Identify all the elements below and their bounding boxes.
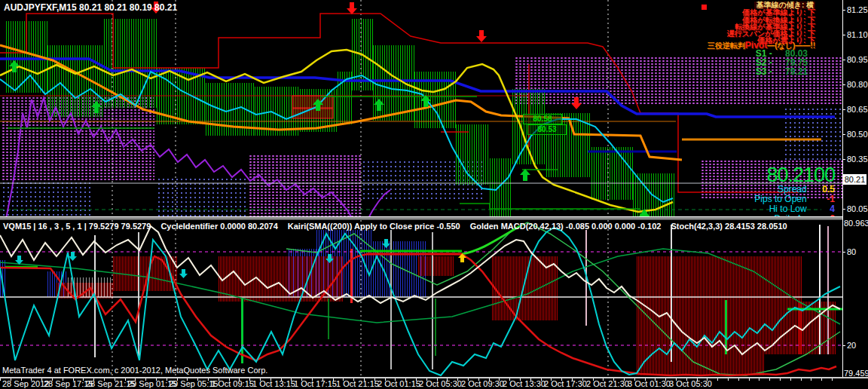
price-tick: 80.35: [847, 155, 868, 164]
buy-arrow-icon: [520, 169, 530, 181]
vq-values: VQM15 | 16 , 3 , 5 , 1 | 79.5279 79.5279: [3, 222, 151, 231]
current-price-box: 80.21: [843, 174, 866, 185]
lower-panel-canvas[interactable]: VQM15 | 16 , 3 , 5 , 1 | 79.5279 79.5279…: [0, 220, 842, 377]
pivot-s3: S3 - 79.21: [756, 68, 808, 75]
copyright-text: MetaTrader 4 at FOREX.com, c 2001-2012, …: [2, 366, 267, 375]
sell-arrow-icon: [571, 97, 582, 109]
lower-indicator-lines: [0, 220, 842, 377]
pivot-s1: S1 - 80.03: [756, 50, 808, 57]
buy-arrow-icon: [91, 101, 102, 113]
level-box: 80.53: [527, 124, 567, 135]
cycleidentifier-values: CycleIdentifier 0.0000 80.2074: [160, 222, 277, 231]
osc-max-label: 80.9638: [844, 219, 868, 228]
price-tick: 80.80: [847, 80, 868, 89]
price-tick: 81.25: [847, 5, 868, 14]
price-tick: 81.10: [847, 30, 868, 39]
osc-level-80: 80: [847, 247, 856, 256]
osc-level-20: 20: [847, 341, 856, 350]
buy-arrow-icon: [374, 99, 384, 111]
sell-arrow-icon: [476, 30, 487, 42]
price-tick: 80.50: [847, 130, 868, 139]
sell-arrow-icon: [347, 2, 357, 14]
hi-to-low-row: Hi to Low 4: [769, 204, 835, 214]
upper-indicator-lines: [0, 0, 842, 216]
alert-square-icon: [701, 5, 707, 10]
price-tick: 80.95: [847, 55, 868, 64]
cycle-down-arrow-icon: [179, 269, 188, 278]
time-axis[interactable]: 28 Sep 2012 28 Sep 17:15 28 Sep 21:15 29…: [0, 377, 868, 389]
indicator-header: VQM15 | 16 , 3 , 5 , 1 | 79.5279 79.5279…: [3, 222, 787, 231]
cycle-down-arrow-icon: [326, 254, 334, 263]
mt4-window: AUDJPYFXF,M15 80.21 80.21 80.19 80.21 80…: [0, 0, 868, 389]
pivot-s2: S2 - 79.75: [756, 59, 808, 66]
upper-chart-canvas[interactable]: AUDJPYFXF,M15 80.21 80.21 80.19 80.21 80…: [0, 0, 842, 216]
kairi-values: Kairi(SMA((200)) Apply to Close price -0…: [288, 222, 460, 231]
cycle-down-arrow-icon: [382, 239, 390, 248]
chart-title: AUDJPYFXF,M15 80.21 80.21 80.19 80.21: [4, 2, 177, 13]
spread-row: Spread 0.5: [778, 184, 835, 194]
level-box: 80.58: [523, 114, 562, 124]
macd-values: Golden MACD(20,42,13) -0.085 0.000 0.000…: [470, 222, 662, 231]
cycle-down-arrow-icon: [69, 252, 77, 261]
price-tick: 80.05: [847, 204, 868, 213]
price-tick: 80.65: [847, 105, 868, 114]
axis-border: [842, 0, 843, 377]
stoch-values: Stoch(42,3,3) 28.4153 28.0510: [671, 222, 787, 231]
pips-to-open-row: Pips to Open -1: [754, 194, 835, 204]
